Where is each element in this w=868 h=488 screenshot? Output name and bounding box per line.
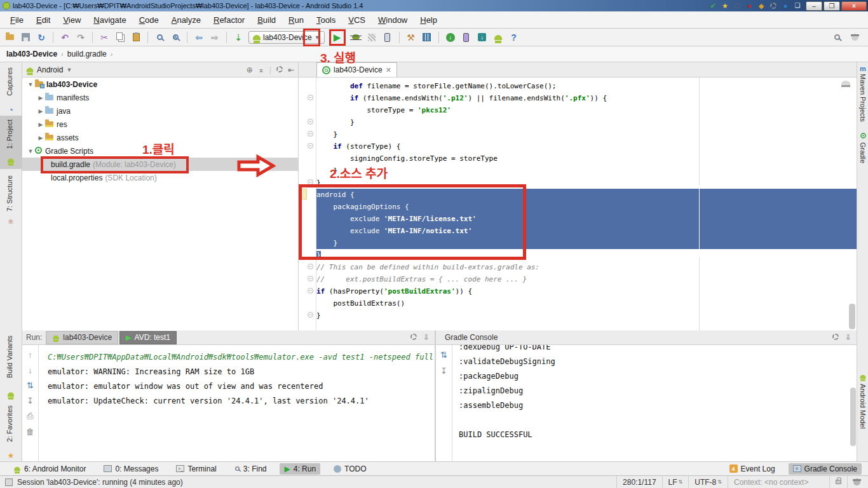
toolwindow-toggle-icon[interactable] (5, 478, 13, 486)
tool-stripe-gradle[interactable]: Gradle (859, 142, 867, 163)
coverage-icon[interactable] (366, 32, 377, 43)
tree-item-res[interactable]: ▶res (22, 118, 298, 131)
tool-stripe-favorites[interactable]: 2: Favorites (6, 405, 13, 442)
menu-tools[interactable]: Tools (311, 13, 341, 27)
console-splitter[interactable] (435, 330, 436, 461)
find-icon[interactable] (154, 32, 165, 43)
tool-stripe-maven[interactable]: Maven Projects (859, 74, 867, 122)
breadcrumb-file[interactable]: build.gradle (67, 50, 107, 58)
tool-stripe-project[interactable]: 1: Project (6, 119, 13, 149)
run-button[interactable]: ▶ (332, 32, 343, 43)
sync-icon[interactable]: ↻ (36, 32, 47, 43)
tree-item-java[interactable]: ▶java (22, 104, 298, 118)
fold-icon[interactable]: − (308, 264, 313, 269)
editor-scrollbar[interactable] (849, 304, 855, 329)
context-widget[interactable]: Context: <no context> (728, 476, 829, 488)
settings-gear-icon[interactable] (276, 65, 283, 74)
fold-icon[interactable]: − (308, 95, 313, 100)
menu-window[interactable]: Window (373, 13, 412, 27)
close-icon[interactable]: ✕ (386, 66, 391, 74)
maximize-button[interactable]: ❐ (824, 1, 840, 11)
undo-icon[interactable]: ↶ (59, 32, 71, 43)
fold-icon[interactable]: − (308, 276, 313, 281)
encoding-select[interactable]: UTF-8⇅ (688, 476, 728, 488)
menu-refactor[interactable]: Refactor (208, 13, 250, 27)
tool-stripe-structure[interactable]: 7: Structure (6, 175, 13, 212)
attach-debugger-icon[interactable] (382, 32, 393, 43)
menu-file[interactable]: File (5, 13, 29, 27)
star-icon[interactable]: ★ (721, 1, 729, 10)
lock-icon[interactable] (829, 476, 847, 488)
fold-icon[interactable]: − (308, 288, 313, 294)
tool-stripe-captures[interactable]: Captures (6, 67, 13, 96)
toolwindow-4-run[interactable]: ▶4: Run (280, 463, 320, 475)
redo-icon[interactable]: ↷ (75, 32, 86, 43)
locate-icon[interactable]: ⊕ (247, 65, 253, 74)
open-icon[interactable] (4, 32, 15, 43)
avd-manager-icon[interactable] (461, 32, 472, 43)
sdk-tools-icon[interactable]: ⚒ (405, 32, 417, 43)
collapse-all-icon[interactable]: ⌅ (258, 65, 264, 74)
menu-analyze[interactable]: Analyze (166, 13, 206, 27)
settings-gear-icon[interactable] (410, 333, 417, 342)
hide-panel-icon[interactable]: ⇤ (288, 65, 294, 74)
menu-navigate[interactable]: Navigate (88, 13, 131, 27)
paste-icon[interactable] (130, 32, 142, 43)
menu-help[interactable]: Help (415, 13, 442, 27)
device-monitor-icon[interactable] (492, 32, 504, 43)
gradle-console-output[interactable]: :dexDebug UP-TO-DATE:validateDebugSignin… (452, 340, 846, 456)
tree-item-manifests[interactable]: ▶manifests (22, 91, 298, 104)
back-icon[interactable]: ⇦ (193, 32, 205, 43)
breadcrumb-project[interactable]: lab403-Device (6, 50, 57, 58)
lock-icon[interactable]: ◆ (757, 1, 766, 10)
collapsed-arrow-icon[interactable]: ▶ (37, 108, 44, 114)
tree-item-lab403-device[interactable]: ▼lab403-Device (22, 78, 298, 91)
chevron-down-icon[interactable]: ▼ (66, 67, 72, 73)
minimize-button[interactable]: – (806, 1, 822, 11)
reformat-icon[interactable]: ⇣ (233, 32, 244, 43)
fold-icon[interactable]: − (308, 312, 313, 318)
caret-position[interactable]: 280:1/117 (616, 476, 662, 488)
menu-view[interactable]: View (58, 13, 86, 27)
pin-icon[interactable]: ⇩ (845, 333, 851, 342)
collapsed-arrow-icon[interactable]: ▶ (37, 135, 44, 141)
gradle-console-scrollbar[interactable] (850, 388, 856, 446)
project-view-selector[interactable]: Android (37, 65, 63, 74)
event-log-button[interactable]: 4 Event Log (725, 463, 780, 475)
cut-icon[interactable]: ✂ (98, 32, 110, 43)
menu-build[interactable]: Build (252, 13, 281, 27)
clear-all-icon[interactable]: 🗑 (26, 427, 34, 437)
menu-edit[interactable]: Edit (31, 13, 55, 27)
toolwindow-3-find[interactable]: 3: Find (230, 463, 271, 475)
collapsed-arrow-icon[interactable]: ▶ (37, 121, 44, 128)
fold-icon[interactable]: − (308, 143, 313, 149)
gear-icon[interactable] (769, 1, 778, 10)
line-ending-select[interactable]: LF⇅ (662, 476, 689, 488)
power-icon[interactable]: ● (745, 1, 754, 10)
tool-stripe-build-variants[interactable]: Build Variants (6, 336, 13, 378)
check-icon[interactable]: ✔ (709, 1, 717, 10)
forward-icon[interactable]: ⇨ (209, 32, 220, 43)
down-stack-icon[interactable]: ↓ (28, 365, 32, 375)
search-everywhere-icon[interactable] (831, 32, 843, 43)
toolwindow-todo[interactable]: TODO (329, 463, 370, 475)
menu-code[interactable]: Code (134, 13, 164, 27)
up-stack-icon[interactable]: ↑ (28, 350, 32, 360)
pin-icon[interactable]: ⇩ (423, 333, 430, 342)
scroll-to-end-icon[interactable]: ↧ (440, 366, 447, 376)
collapsed-arrow-icon[interactable]: ▶ (37, 95, 44, 101)
user-icon[interactable] (849, 32, 860, 43)
soft-wrap-icon[interactable]: ⇅ (27, 381, 34, 390)
sdk-manager-icon[interactable]: ↓ (477, 32, 488, 43)
selection-icon[interactable]: ▢ (733, 1, 742, 10)
close-button[interactable]: × (841, 1, 867, 11)
scroll-to-end-icon[interactable]: ↧ (27, 396, 34, 405)
expanded-arrow-icon[interactable]: ▼ (27, 81, 34, 88)
sphere-icon[interactable]: ● (781, 1, 790, 10)
fold-icon[interactable]: − (308, 131, 313, 137)
run-tab-lab403-device[interactable]: lab403-Device (46, 331, 118, 344)
toolwindow-terminal[interactable]: >_Terminal (172, 463, 220, 475)
tool-stripe-android-model[interactable]: Android Model (859, 384, 867, 429)
menu-vcs[interactable]: VCS (343, 13, 370, 27)
settings-gear-icon[interactable] (832, 333, 839, 342)
